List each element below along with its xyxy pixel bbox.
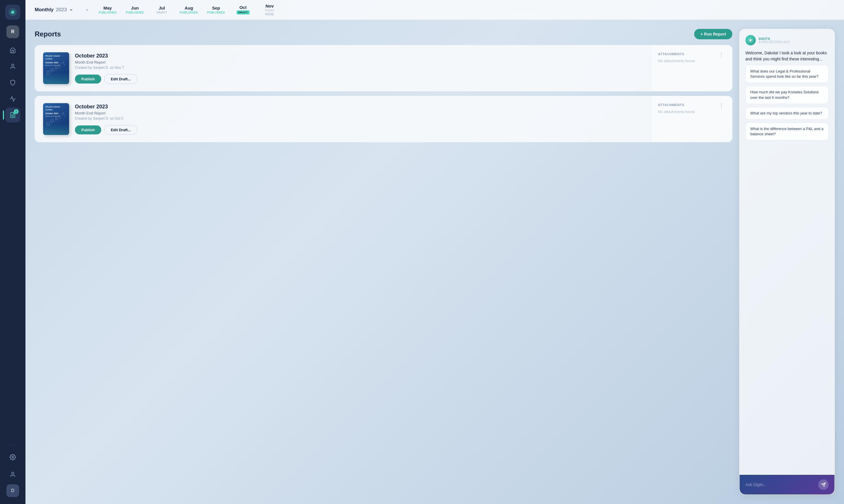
thumbnail-title-1: October 2023	[46, 61, 67, 64]
report-card-1-left: Rhode Island Coffee October 2023 Month E…	[35, 46, 651, 91]
report-card-1-right: ATTACHMENTS ⋮ No attachments found	[651, 46, 732, 91]
timeline-month-oct[interactable]: Oct DRAFT	[234, 5, 252, 15]
thumbnail-decoration-1	[43, 73, 69, 84]
top-avatar[interactable]: R	[6, 25, 19, 38]
svg-point-2	[12, 64, 14, 66]
timeline-month-aug[interactable]: Aug PUBLISHED	[180, 5, 198, 14]
jul-label: Jul	[159, 5, 165, 11]
chat-panel: DIGITS A FEW SECONDS AGO Welcome, Dakota…	[739, 29, 835, 495]
report-created-2: Created by Sanjeet D. on Oct 3	[75, 116, 644, 121]
aug-status: PUBLISHED	[180, 11, 198, 14]
timeline-period-label: Monthly	[35, 7, 53, 13]
publish-button-2[interactable]: Publish	[75, 125, 101, 134]
timeline-months: May PUBLISHED Jun PUBLISHED Jul DRAFT Au…	[99, 3, 278, 16]
sidebar-item-shield[interactable]	[5, 75, 20, 90]
sidebar-item-reports[interactable]: 2	[5, 108, 20, 123]
digits-avatar	[745, 35, 756, 46]
attachments-label-1: ATTACHMENTS	[658, 52, 684, 56]
thumbnail-sub-1: Month End Report	[46, 65, 67, 66]
jun-status: PUBLISHED	[126, 11, 144, 14]
timeline-period[interactable]: Monthly 2023	[35, 7, 73, 13]
report-type-1: Month End Report	[75, 60, 644, 65]
sidebar-item-activity[interactable]	[5, 91, 20, 106]
chat-send-button[interactable]	[818, 480, 829, 490]
publish-button-1[interactable]: Publish	[75, 75, 101, 84]
svg-point-5	[12, 456, 14, 458]
thumbnail-logo-2: Rhode Island Coffee	[46, 106, 67, 111]
thumbnail-title-2: October 2023	[46, 112, 67, 115]
timeline-month-jul[interactable]: Jul DRAFT	[153, 5, 171, 14]
report-title-1: October 2023	[75, 53, 644, 59]
more-options-button-2[interactable]: ⋮	[718, 103, 725, 108]
oct-label: Oct	[240, 5, 247, 10]
reports-header: Reports + Run Report	[35, 29, 733, 39]
report-card-2: Rhode Island Coffee October 2023 Month E…	[35, 96, 733, 142]
timeline-prev-btn[interactable]: ‹	[83, 5, 92, 15]
sidebar-item-home[interactable]	[5, 43, 20, 58]
chevron-down-icon	[69, 8, 73, 12]
run-report-button[interactable]: + Run Report	[694, 29, 733, 39]
timeline-month-nov[interactable]: Nov TODAY NONE	[261, 3, 278, 16]
nov-label: Nov	[265, 3, 274, 8]
sidebar-item-user[interactable]	[5, 59, 20, 74]
nov-today: TODAY	[265, 9, 275, 12]
reports-section: Reports + Run Report Rhode Island Coffee…	[35, 29, 733, 495]
timeline-month-may[interactable]: May PUBLISHED	[99, 5, 117, 14]
chat-sender: DIGITS	[759, 37, 790, 40]
report-actions-2: Publish Edit Draft...	[75, 125, 644, 135]
chat-header-info: DIGITS A FEW SECONDS AGO	[759, 37, 790, 43]
chat-body: Welcome, Dakota! I took a look at your b…	[740, 46, 834, 475]
thumbnail-logo-1: Rhode Island Coffee	[46, 55, 67, 60]
report-info-1: October 2023 Month End Report Created by…	[75, 53, 644, 84]
attachments-label-2: ATTACHMENTS	[658, 103, 684, 107]
sidebar: R	[0, 0, 25, 504]
report-title-2: October 2023	[75, 104, 644, 110]
user-avatar[interactable]: D	[6, 484, 19, 497]
report-thumbnail-1: Rhode Island Coffee October 2023 Month E…	[43, 52, 69, 84]
timeline-month-sep[interactable]: Sep PUBLISHED	[207, 5, 225, 14]
edit-draft-button-2[interactable]: Edit Draft...	[104, 125, 137, 135]
report-type-2: Month End Report	[75, 111, 644, 115]
main-content: Monthly 2023 ‹ May PUBLISHED Jun PUBLISH…	[25, 0, 844, 504]
oct-badge: DRAFT	[237, 11, 249, 15]
timeline-bar: Monthly 2023 ‹ May PUBLISHED Jun PUBLISH…	[25, 0, 844, 20]
report-actions-1: Publish Edit Draft...	[75, 74, 644, 84]
timeline-month-jun[interactable]: Jun PUBLISHED	[126, 5, 144, 14]
jul-status: DRAFT	[156, 11, 167, 14]
may-status: PUBLISHED	[99, 11, 117, 14]
sidebar-logo	[5, 5, 20, 20]
report-card-2-left: Rhode Island Coffee October 2023 Month E…	[35, 96, 651, 142]
chat-input-area	[740, 475, 834, 494]
report-card-1: Rhode Island Coffee October 2023 Month E…	[35, 45, 733, 91]
sep-label: Sep	[212, 5, 220, 11]
aug-label: Aug	[185, 5, 193, 11]
report-thumbnail-2: Rhode Island Coffee October 2023 Month E…	[43, 103, 69, 135]
chat-header: DIGITS A FEW SECONDS AGO	[740, 29, 834, 46]
chat-input[interactable]	[745, 482, 815, 487]
body-area: Reports + Run Report Rhode Island Coffee…	[25, 20, 844, 504]
more-options-button-1[interactable]: ⋮	[718, 52, 725, 57]
no-attachments-1: No attachments found	[658, 59, 725, 63]
chat-welcome-message: Welcome, Dakota! I took a look at your b…	[745, 50, 829, 62]
jun-label: Jun	[131, 5, 139, 11]
sidebar-item-profile[interactable]	[5, 467, 20, 482]
edit-draft-button-1[interactable]: Edit Draft...	[104, 74, 137, 84]
svg-point-1	[12, 11, 14, 13]
thumbnail-decoration-2	[43, 123, 69, 135]
sep-status: PUBLISHED	[207, 11, 225, 14]
thumbnail-sub-2: Month End Report	[46, 115, 67, 117]
report-card-2-right: ATTACHMENTS ⋮ No attachments found	[651, 96, 732, 142]
chat-suggestion-3[interactable]: What are my top vendors this year to dat…	[745, 107, 829, 120]
chat-suggestion-2[interactable]: How much did we pay Knowles Solutions ov…	[745, 86, 829, 104]
chat-suggestion-4[interactable]: What is the difference between a P&L and…	[745, 123, 829, 141]
may-label: May	[104, 5, 112, 11]
timeline-year: 2023	[56, 7, 67, 13]
svg-point-6	[12, 472, 14, 474]
sidebar-bottom: D	[5, 450, 20, 497]
no-attachments-2: No attachments found	[658, 109, 725, 114]
report-cards: Rhode Island Coffee October 2023 Month E…	[35, 45, 733, 142]
svg-point-8	[750, 39, 752, 41]
sidebar-item-settings[interactable]	[5, 450, 20, 465]
timeline-nav: ‹	[83, 5, 92, 15]
chat-suggestion-1[interactable]: What does our Legal & Professional Servi…	[745, 65, 829, 83]
